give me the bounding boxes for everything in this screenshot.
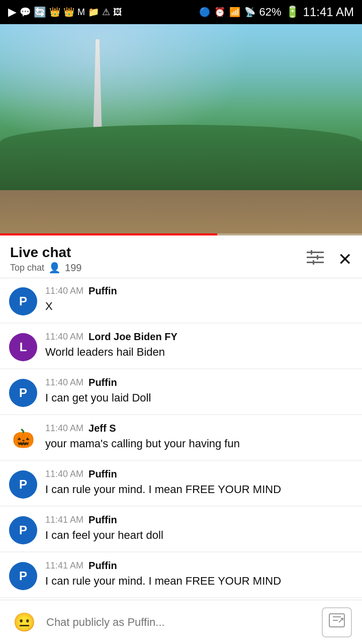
sync-icon: 🔄 xyxy=(34,6,46,18)
message-author: Puffin xyxy=(88,560,117,572)
status-time: 11:41 AM xyxy=(303,5,354,19)
crown2-icon: 👑 xyxy=(63,7,74,18)
message-meta: 11:40 AM Jeff S xyxy=(45,423,353,434)
header-actions: ✕ xyxy=(307,249,352,269)
top-chat-label[interactable]: Top chat xyxy=(10,263,44,273)
svg-rect-3 xyxy=(311,250,312,255)
live-chat-title-area: Live chat Top chat 👤 199 xyxy=(10,245,81,274)
folder-icon: 📁 xyxy=(88,7,99,18)
svg-rect-0 xyxy=(307,252,324,253)
status-icons-right: 🔵 ⏰ 📶 📡 62% 🔋 11:41 AM xyxy=(199,5,354,19)
video-progress-bar[interactable] xyxy=(0,233,362,235)
message-author: Puffin xyxy=(88,468,117,480)
message-text: I can get you laid Doll xyxy=(45,390,353,406)
live-chat-section: Live chat Top chat 👤 199 ✕ xyxy=(0,235,362,643)
chat-input[interactable] xyxy=(46,616,314,629)
chat-message-row: P 11:41 AM Puffin I can feel your heart … xyxy=(0,507,362,552)
user-avatar: P xyxy=(9,562,37,590)
message-time: 11:40 AM xyxy=(45,423,83,434)
message-time: 11:40 AM xyxy=(45,469,83,479)
message-time: 11:41 AM xyxy=(45,560,83,571)
user-avatar: P xyxy=(9,287,37,315)
user-avatar: 🎃 xyxy=(9,425,37,453)
image-icon: 🖼 xyxy=(113,7,122,18)
send-button[interactable] xyxy=(322,607,352,637)
send-icon xyxy=(329,613,345,631)
notification-icon: 💬 xyxy=(20,7,31,18)
message-content: 11:41 AM Puffin I can rule your mind. I … xyxy=(45,560,353,589)
message-text: I can rule your mind. I mean FREE YOUR M… xyxy=(45,574,353,589)
chat-message-row: P 11:40 AM Puffin I can rule your mind. … xyxy=(0,461,362,506)
crown1-icon: 👑 xyxy=(49,7,60,18)
chat-input-area: 😐 xyxy=(0,600,362,644)
svg-rect-1 xyxy=(307,257,324,258)
ground-graphic xyxy=(0,190,362,235)
message-meta: 11:40 AM Puffin xyxy=(45,285,353,297)
chat-message-row: P 11:40 AM Puffin I can get you laid Dol… xyxy=(0,370,362,415)
live-chat-header: Live chat Top chat 👤 199 ✕ xyxy=(0,235,362,278)
chat-message-row: 🎃 11:40 AM Jeff S your mama's calling bu… xyxy=(0,416,362,460)
user-avatar: P xyxy=(9,470,37,499)
svg-rect-5 xyxy=(313,260,314,265)
message-author: Puffin xyxy=(88,285,117,297)
message-content: 11:40 AM Jeff S your mama's calling but … xyxy=(45,423,353,452)
svg-rect-2 xyxy=(307,262,324,263)
message-meta: 11:41 AM Puffin xyxy=(45,560,353,572)
message-meta: 11:41 AM Puffin xyxy=(45,514,353,526)
viewer-count: 199 xyxy=(65,262,81,274)
message-author: Puffin xyxy=(88,514,117,526)
message-text: X xyxy=(45,299,353,314)
message-text: I can feel your heart doll xyxy=(45,528,353,543)
person-icon: 👤 xyxy=(48,262,61,274)
battery-icon: 🔋 xyxy=(286,6,299,19)
close-icon[interactable]: ✕ xyxy=(338,249,352,269)
trees-graphic xyxy=(0,125,362,195)
message-author: Puffin xyxy=(88,377,117,388)
emoji-button[interactable]: 😐 xyxy=(10,608,38,636)
message-content: 11:40 AM Puffin X xyxy=(45,285,353,314)
svg-line-9 xyxy=(339,618,343,622)
warning-icon: ⚠ xyxy=(102,7,110,18)
message-content: 11:40 AM Puffin I can rule your mind. I … xyxy=(45,468,353,498)
message-content: 11:40 AM Lord Joe Biden FY World leaders… xyxy=(45,331,353,360)
chat-message-row: P 11:40 AM Puffin X xyxy=(0,278,362,323)
message-text: World leaders hail Biden xyxy=(45,345,353,360)
mastodon-icon: M xyxy=(77,7,85,18)
youtube-icon: ▶ xyxy=(8,6,17,19)
chat-message-row: P 11:41 AM Puffin I can rule your mind. … xyxy=(0,553,362,598)
message-time: 11:40 AM xyxy=(45,377,83,388)
message-time: 11:40 AM xyxy=(45,332,83,342)
user-avatar: L xyxy=(9,333,37,361)
message-time: 11:41 AM xyxy=(45,515,83,525)
message-meta: 11:40 AM Puffin xyxy=(45,377,353,388)
video-player[interactable] xyxy=(0,24,362,235)
status-icons-left: ▶ 💬 🔄 👑 👑 M 📁 ⚠ 🖼 xyxy=(8,6,122,19)
chat-subtitle: Top chat 👤 199 xyxy=(10,262,81,274)
message-content: 11:41 AM Puffin I can feel your heart do… xyxy=(45,514,353,543)
message-author: Jeff S xyxy=(88,423,116,434)
signal-icon: 📡 xyxy=(244,7,255,18)
svg-rect-4 xyxy=(317,255,318,260)
live-chat-title: Live chat xyxy=(10,245,81,261)
user-avatar: P xyxy=(9,379,37,407)
message-text: I can rule your mind. I mean FREE YOUR M… xyxy=(45,482,353,498)
chat-message-row: L 11:40 AM Lord Joe Biden FY World leade… xyxy=(0,324,362,369)
battery-percent: 62% xyxy=(259,6,282,19)
user-avatar: P xyxy=(9,516,37,544)
chat-messages-list: P 11:40 AM Puffin X L 11:40 AM Lord Joe … xyxy=(0,278,362,643)
message-meta: 11:40 AM Puffin xyxy=(45,468,353,480)
status-bar: ▶ 💬 🔄 👑 👑 M 📁 ⚠ 🖼 🔵 ⏰ 📶 📡 62% 🔋 11:41 AM xyxy=(0,0,362,24)
bluetooth-icon: 🔵 xyxy=(199,7,210,18)
message-text: your mama's calling but your having fun xyxy=(45,436,353,452)
emoji-icon: 😐 xyxy=(13,612,36,633)
message-meta: 11:40 AM Lord Joe Biden FY xyxy=(45,331,353,343)
message-author: Lord Joe Biden FY xyxy=(88,331,177,343)
video-progress-fill xyxy=(0,233,217,235)
filter-icon[interactable] xyxy=(307,250,324,269)
wifi-icon: 📶 xyxy=(229,7,240,18)
message-content: 11:40 AM Puffin I can get you laid Doll xyxy=(45,377,353,406)
alarm-icon: ⏰ xyxy=(214,7,225,18)
message-time: 11:40 AM xyxy=(45,286,83,296)
